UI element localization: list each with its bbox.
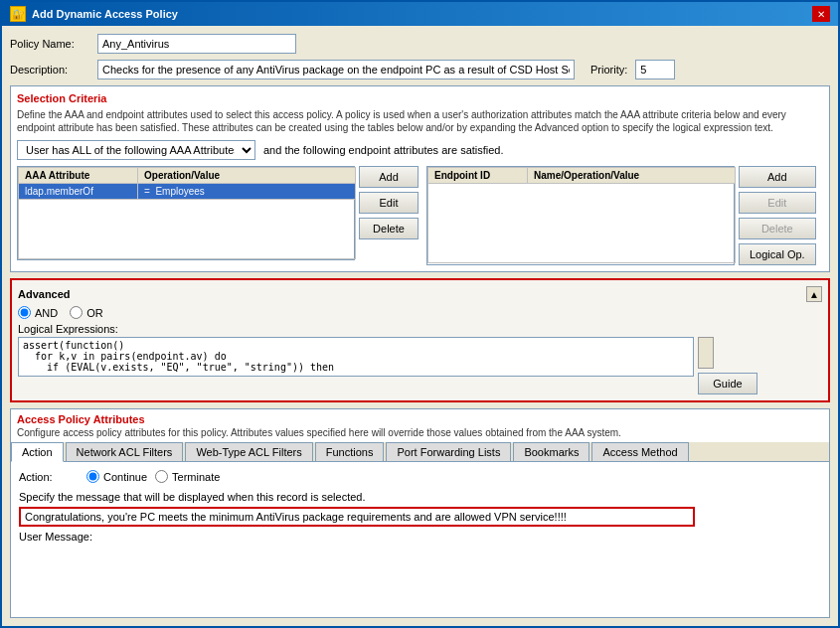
table-row[interactable]: ldap.memberOf = Employees [19,184,356,200]
ep-logical-op-button[interactable]: Logical Op. [739,243,816,265]
sc-top-row: User has ALL of the following AAA Attrib… [17,140,823,160]
tab-bookmarks[interactable]: Bookmarks [513,442,589,461]
aaa-table-section: AAA Attribute Operation/Value ldap.membe… [17,166,419,265]
endpoint-table-with-buttons: Endpoint ID Name/Operation/Value Add [426,166,816,265]
and-label: AND [35,307,58,319]
aaa-cell-attr: ldap.memberOf [19,184,138,200]
tab-web-type-acl[interactable]: Web-Type ACL Filters [185,442,312,461]
priority-label: Priority: [590,64,627,76]
continue-radio-label[interactable]: Continue [86,470,147,483]
or-radio-label[interactable]: OR [70,306,103,319]
endpoint-table-section: Endpoint ID Name/Operation/Value Add [426,166,816,265]
advanced-title: Advanced [18,288,71,300]
guide-button[interactable]: Guide [698,373,757,394]
ep-col-name: Name/Operation/Value [528,168,736,184]
terminate-radio-label[interactable]: Terminate [155,470,220,483]
message-input[interactable] [19,507,695,527]
selection-criteria-desc: Define the AAA and endpoint attributes u… [17,108,823,134]
aaa-edit-button[interactable]: Edit [359,192,419,214]
aaa-table-with-buttons: AAA Attribute Operation/Value ldap.membe… [17,166,419,260]
aaa-cell-op: = Employees [138,184,356,200]
continue-radio[interactable] [86,470,99,483]
or-label: OR [86,307,103,319]
access-policy-section: Access Policy Attributes Configure acces… [10,408,830,618]
ap-title: Access Policy Attributes [17,413,823,425]
content-area: Policy Name: Description: Priority: Sele… [2,26,838,626]
ep-col-id: Endpoint ID [428,168,528,184]
aaa-add-button[interactable]: Add [359,166,419,188]
continue-label: Continue [103,471,147,483]
description-row: Description: Priority: [10,60,830,79]
sc-tables: AAA Attribute Operation/Value ldap.membe… [17,166,823,265]
advanced-header: Advanced ▲ [18,286,822,302]
tab-network-acl[interactable]: Network ACL Filters [66,442,184,461]
ep-add-button[interactable]: Add [739,166,816,188]
and-radio-label[interactable]: AND [18,306,58,319]
user-message-label: User Message: [19,531,821,543]
close-button[interactable]: ✕ [812,6,830,22]
expr-controls: Guide [698,337,757,394]
message-desc: Specify the message that will be display… [19,491,821,503]
terminate-radio[interactable] [155,470,168,483]
window-title: Add Dynamic Access Policy [32,8,178,20]
tab-functions[interactable]: Functions [315,442,385,461]
aaa-table: AAA Attribute Operation/Value ldap.membe… [17,166,355,260]
tab-access-method[interactable]: Access Method [591,442,688,461]
and-or-row: AND OR [18,306,822,319]
satisfied-text: and the following endpoint attributes ar… [263,144,504,156]
action-tab-content: Action: Continue Terminate Specify the m… [11,462,829,617]
ep-edit-button[interactable]: Edit [739,192,816,214]
window-icon: 🔐 [10,6,26,22]
tab-port-forwarding[interactable]: Port Forwarding Lists [386,442,511,461]
policy-name-label: Policy Name: [10,38,89,50]
expr-scrollbar[interactable] [698,337,714,369]
ep-delete-button[interactable]: Delete [739,218,816,239]
endpoint-table: Endpoint ID Name/Operation/Value [426,166,735,265]
title-bar: 🔐 Add Dynamic Access Policy ✕ [2,2,838,26]
priority-input[interactable] [635,60,675,79]
endpoint-btn-group: Add Edit Delete Logical Op. [739,166,816,265]
action-row: Action: Continue Terminate [19,470,821,483]
ap-header: Access Policy Attributes Configure acces… [11,409,829,442]
table-row [19,200,356,259]
message-section: Specify the message that will be display… [19,491,821,543]
policy-name-input[interactable] [97,34,296,54]
logical-expr-textarea[interactable]: assert(function() for k,v in pairs(endpo… [18,337,694,377]
terminate-label: Terminate [172,471,220,483]
selection-criteria-title: Selection Criteria [17,92,823,104]
and-radio[interactable] [18,306,31,319]
table-row [428,184,736,263]
tab-action[interactable]: Action [11,442,64,462]
aaa-btn-group: Add Edit Delete [359,166,419,260]
policy-name-row: Policy Name: [10,34,830,54]
selection-criteria-section: Selection Criteria Define the AAA and en… [10,85,830,272]
ap-desc: Configure access policy attributes for t… [17,427,823,438]
description-label: Description: [10,64,89,76]
aaa-col-op: Operation/Value [138,168,356,184]
logical-expr-row: assert(function() for k,v in pairs(endpo… [18,337,822,394]
description-input[interactable] [97,60,575,79]
or-radio[interactable] [70,306,83,319]
main-window: 🔐 Add Dynamic Access Policy ✕ Policy Nam… [0,0,840,628]
action-label: Action: [19,471,79,483]
aaa-delete-button[interactable]: Delete [359,218,419,239]
logical-expr-label: Logical Expressions: [18,323,822,335]
advanced-collapse-button[interactable]: ▲ [806,286,822,302]
tab-bar: Action Network ACL Filters Web-Type ACL … [11,442,829,462]
aaa-dropdown[interactable]: User has ALL of the following AAA Attrib… [17,140,255,160]
advanced-section: Advanced ▲ AND OR Logical Expressions: a… [10,278,830,402]
aaa-col-attr: AAA Attribute [19,168,138,184]
